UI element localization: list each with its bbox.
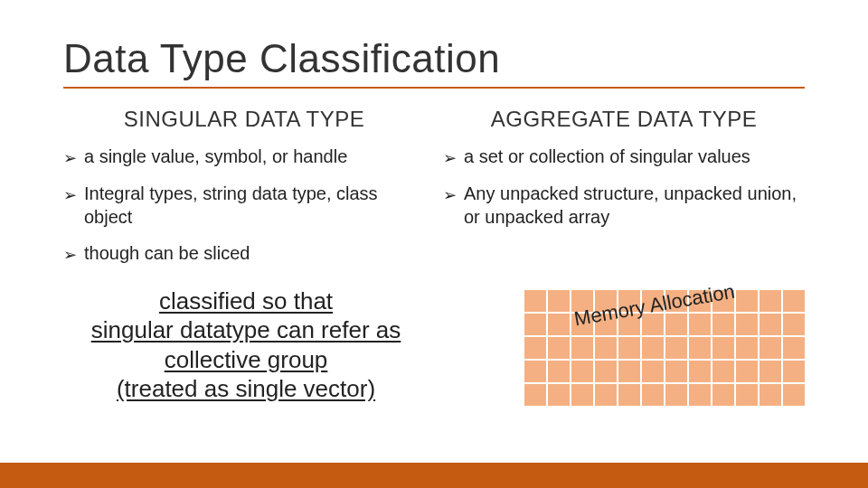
memory-cell	[712, 384, 734, 406]
memory-cell	[642, 361, 664, 382]
memory-cell	[524, 314, 546, 335]
memory-cell	[736, 361, 758, 382]
memory-cell	[689, 314, 711, 335]
memory-cell	[689, 384, 711, 406]
memory-cell	[760, 314, 781, 335]
summary-line: classified so that	[159, 287, 333, 314]
bullet-text: Any unpacked structure, unpacked union, …	[464, 182, 805, 229]
column-singular: SINGULAR DATA TYPE ➢ a single value, sym…	[63, 107, 425, 279]
summary-text: classified so that singular datatype can…	[63, 286, 429, 404]
memory-cell	[548, 337, 570, 359]
bullet-arrow-icon: ➢	[63, 148, 77, 169]
memory-cell	[595, 361, 617, 382]
memory-cell	[760, 337, 781, 359]
memory-cell	[548, 384, 570, 406]
memory-cell	[712, 314, 734, 335]
memory-cell	[571, 337, 593, 359]
memory-cell	[548, 361, 570, 382]
bullet-text: though can be sliced	[84, 241, 425, 265]
memory-cell	[595, 384, 617, 406]
bullet-item: ➢ though can be sliced	[63, 241, 425, 266]
bullet-text: a set or collection of singular values	[464, 145, 805, 168]
memory-cell	[618, 361, 640, 382]
memory-cell	[665, 314, 687, 335]
bullet-text: Integral types, string data type, class …	[84, 182, 425, 229]
memory-cell	[665, 384, 687, 406]
memory-cell	[618, 384, 640, 406]
column-aggregate: AGGREGATE DATA TYPE ➢ a set or collectio…	[443, 107, 805, 279]
memory-cell	[595, 337, 617, 359]
memory-cell	[548, 314, 570, 335]
memory-cell	[642, 384, 664, 406]
slide-title: Data Type Classification	[63, 36, 805, 81]
bullet-item: ➢ Any unpacked structure, unpacked union…	[443, 182, 805, 229]
memory-cell	[736, 290, 758, 312]
memory-cell	[571, 361, 593, 382]
memory-cell	[548, 290, 570, 312]
memory-cell	[760, 361, 781, 382]
columns: SINGULAR DATA TYPE ➢ a single value, sym…	[63, 107, 805, 279]
bullet-item: ➢ Integral types, string data type, clas…	[63, 182, 425, 229]
memory-cell	[689, 337, 711, 359]
bullet-arrow-icon: ➢	[63, 245, 77, 266]
memory-cell	[524, 290, 546, 312]
memory-cell	[524, 337, 546, 359]
bottom-row: classified so that singular datatype can…	[63, 286, 805, 413]
memory-cell	[524, 384, 546, 406]
memory-cell	[712, 337, 734, 359]
memory-diagram: Memory Allocation	[447, 286, 805, 413]
bullet-item: ➢ a set or collection of singular values	[443, 145, 805, 169]
footer-bar	[0, 463, 868, 488]
memory-cell	[783, 314, 805, 335]
memory-cell	[760, 290, 781, 312]
memory-cell	[712, 361, 734, 382]
memory-cell	[689, 361, 711, 382]
bullet-arrow-icon: ➢	[63, 185, 77, 206]
memory-cell	[783, 384, 805, 406]
bullet-item: ➢ a single value, symbol, or handle	[63, 145, 425, 169]
memory-cell	[665, 337, 687, 359]
column-heading-aggregate: AGGREGATE DATA TYPE	[443, 107, 805, 132]
memory-cell	[736, 314, 758, 335]
memory-cell	[571, 384, 593, 406]
memory-cell	[783, 361, 805, 382]
memory-cell	[783, 290, 805, 312]
slide: Data Type Classification SINGULAR DATA T…	[0, 0, 868, 488]
bullet-text: a single value, symbol, or handle	[84, 145, 425, 168]
column-heading-singular: SINGULAR DATA TYPE	[63, 107, 425, 132]
memory-cell	[783, 337, 805, 359]
memory-cell	[524, 361, 546, 382]
summary-line: collective group	[165, 346, 328, 373]
bullet-arrow-icon: ➢	[443, 148, 457, 169]
summary-line: (treated as single vector)	[117, 375, 375, 402]
title-underline	[63, 87, 805, 89]
memory-cell	[736, 337, 758, 359]
memory-cell	[642, 337, 664, 359]
memory-cell	[665, 361, 687, 382]
memory-cell	[618, 337, 640, 359]
bullet-arrow-icon: ➢	[443, 185, 457, 206]
summary-line: singular datatype can refer as	[91, 316, 401, 343]
memory-cell	[760, 384, 781, 406]
memory-cell	[736, 384, 758, 406]
